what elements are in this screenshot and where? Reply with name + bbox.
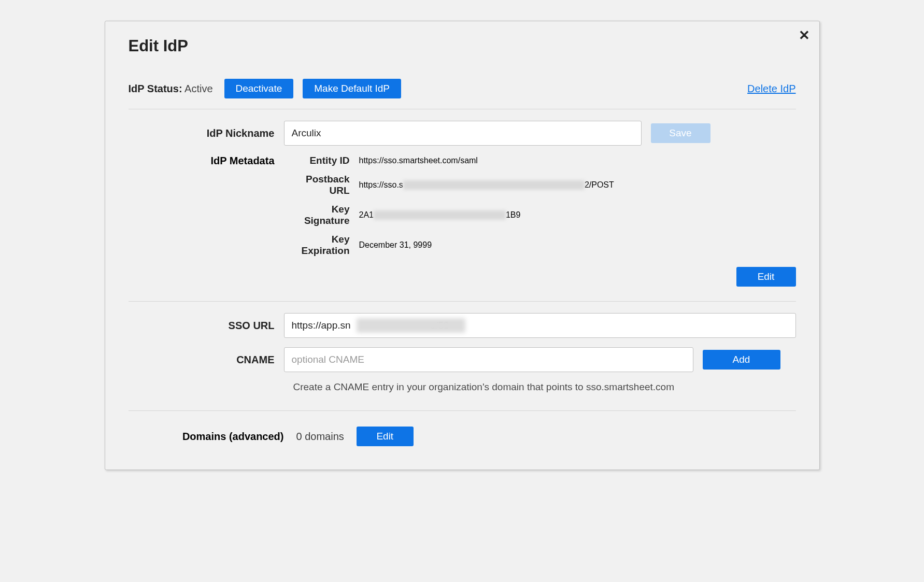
- domains-label: Domains (advanced): [129, 431, 284, 443]
- status-row: IdP Status: Active Deactivate Make Defau…: [129, 79, 796, 109]
- delete-idp-link[interactable]: Delete IdP: [747, 83, 795, 95]
- sso-section: SSO URL CNAME Add Create a CNAME entry i…: [129, 302, 796, 411]
- edit-metadata-button[interactable]: Edit: [736, 267, 796, 287]
- add-cname-button[interactable]: Add: [703, 350, 780, 370]
- dialog-title: Edit IdP: [129, 37, 796, 55]
- sso-url-redacted: [357, 318, 465, 333]
- domains-section: Domains (advanced) 0 domains Edit: [129, 427, 796, 446]
- domains-count: 0 domains: [296, 431, 344, 443]
- postback-url-label: Postback URL: [284, 174, 350, 196]
- postback-url-value: https://sso.s 2/POST: [359, 174, 614, 196]
- postback-redacted: [403, 180, 585, 190]
- entity-id-value: https://sso.smartsheet.com/saml: [359, 155, 478, 166]
- cname-label: CNAME: [129, 354, 284, 366]
- entity-id-label: Entity ID: [284, 155, 350, 166]
- sso-url-label: SSO URL: [129, 320, 284, 332]
- deactivate-button[interactable]: Deactivate: [224, 79, 294, 98]
- key-signature-value: 2A1 1B9: [359, 204, 521, 226]
- nickname-section: IdP Nickname Save IdP Metadata Entity ID…: [129, 109, 796, 302]
- close-button[interactable]: ✕: [799, 29, 810, 42]
- metadata-section-label: IdP Metadata: [129, 155, 284, 257]
- nickname-label: IdP Nickname: [129, 127, 284, 139]
- key-expiration-value: December 31, 9999: [359, 234, 432, 257]
- status-value: Active: [184, 83, 212, 94]
- nickname-input[interactable]: [284, 121, 642, 146]
- close-icon: ✕: [799, 27, 810, 43]
- cname-input[interactable]: [284, 347, 693, 372]
- key-signature-label: Key Signature: [284, 204, 350, 226]
- save-nickname-button[interactable]: Save: [651, 123, 710, 143]
- status-label: IdP Status:: [129, 83, 182, 94]
- metadata-section: IdP Metadata Entity ID https://sso.smart…: [129, 155, 796, 257]
- key-signature-redacted: [374, 210, 506, 220]
- key-expiration-label: Key Expiration: [284, 234, 350, 257]
- make-default-idp-button[interactable]: Make Default IdP: [303, 79, 401, 98]
- edit-domains-button[interactable]: Edit: [357, 427, 414, 446]
- cname-help-text: Create a CNAME entry in your organizatio…: [293, 381, 796, 393]
- edit-idp-dialog: ✕ Edit IdP IdP Status: Active Deactivate…: [105, 21, 820, 470]
